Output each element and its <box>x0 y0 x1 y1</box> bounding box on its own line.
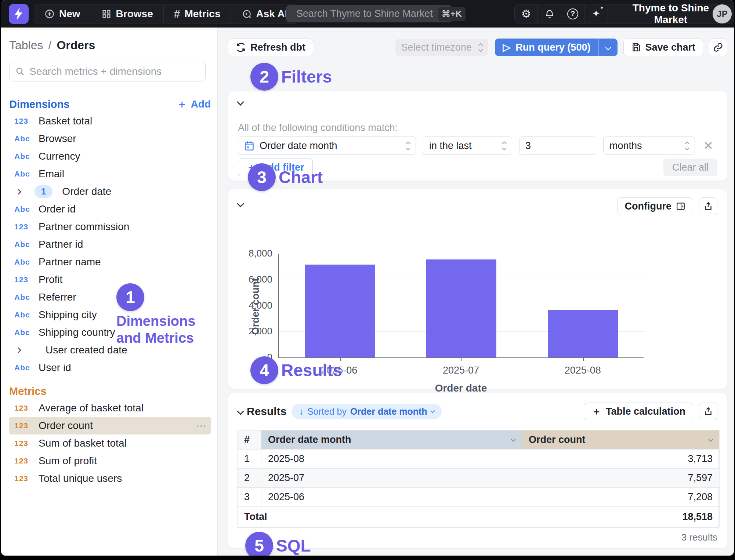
sorted-by-pill[interactable]: ↓ Sorted by Order date month <box>292 404 441 419</box>
run-query-button[interactable]: ▷Run query (500) <box>495 39 618 56</box>
nav-new-button[interactable]: New <box>34 4 91 23</box>
dimension-order-id[interactable]: AbcOrder id <box>9 200 211 218</box>
metric-total-unique-users[interactable]: 123Total unique users <box>9 470 211 487</box>
save-chart-label: Save chart <box>645 42 695 53</box>
dimension-partner-name[interactable]: AbcPartner name <box>9 253 211 271</box>
field-label: Order date <box>62 186 111 197</box>
nav-browse-button[interactable]: Browse <box>91 4 164 23</box>
add-filter-button[interactable]: ＋ Add filter <box>238 159 313 176</box>
breadcrumb-tables-link[interactable]: Tables <box>9 39 43 52</box>
bell-icon <box>544 9 555 19</box>
global-search-input[interactable]: Search Thyme to Shine Market ⌘+K <box>286 5 452 22</box>
refresh-dbt-button[interactable]: Refresh dbt <box>228 39 313 56</box>
collapse-results-chevron[interactable] <box>237 408 244 415</box>
select-chevrons-icon <box>503 142 506 150</box>
help-button[interactable]: ? <box>561 4 584 23</box>
bar-2025-08[interactable] <box>548 310 618 357</box>
export-chart-button[interactable] <box>699 197 717 215</box>
field-label: Referrer <box>39 291 76 303</box>
clear-all-button[interactable]: Clear all <box>663 159 717 176</box>
filter-amount-field[interactable] <box>519 137 596 154</box>
save-icon <box>631 43 641 52</box>
remove-filter-button[interactable]: ✕ <box>703 139 713 153</box>
dimension-partner-id[interactable]: AbcPartner id <box>9 236 211 253</box>
dimension-profit[interactable]: 123Profit <box>9 271 211 288</box>
dimension-partner-commission[interactable]: 123Partner commission <box>9 218 211 236</box>
field-label: Total unique users <box>39 473 122 484</box>
x-tick-label: 2025-06 <box>278 365 400 376</box>
timezone-select[interactable]: Select timezone <box>395 39 488 56</box>
field-label: Email <box>39 168 64 180</box>
order-count-cell: 3,713 <box>522 450 720 469</box>
chevron-down-icon[interactable] <box>511 436 516 441</box>
metric-sum-profit[interactable]: 123Sum of profit <box>9 452 211 470</box>
refresh-dbt-label: Refresh dbt <box>250 42 305 53</box>
row-index: 3 <box>238 488 261 507</box>
dimension-currency[interactable]: AbcCurrency <box>9 148 211 165</box>
dimension-basket-total[interactable]: 123Basket total <box>9 112 211 130</box>
filter-unit-select[interactable]: months <box>603 137 695 155</box>
run-query-dropdown[interactable] <box>598 39 618 56</box>
sidebar-search-input[interactable] <box>29 66 199 77</box>
user-avatar[interactable]: JP <box>713 4 732 23</box>
add-dimension-button[interactable]: ＋ Add <box>177 97 211 111</box>
dimension-user-created-date[interactable]: User created date <box>9 341 211 359</box>
y-tick-label: 0 <box>267 352 272 363</box>
chevron-right-icon[interactable] <box>16 347 22 353</box>
ai-sparkles-button[interactable]: ✦ <box>584 4 608 23</box>
column-header-order-count[interactable]: Order count <box>522 430 720 450</box>
metric-average-basket-total[interactable]: 123Average of basket total <box>9 399 211 417</box>
order-date-month-cell: 2025-07 <box>261 469 522 488</box>
global-search-placeholder: Search Thyme to Shine Market <box>296 8 433 19</box>
table-calculation-button[interactable]: ＋ Table calculation <box>584 403 693 420</box>
field-label: Partner commission <box>39 221 129 233</box>
dimension-shipping-city[interactable]: AbcShipping city <box>9 306 211 324</box>
notifications-button[interactable] <box>538 4 561 23</box>
configure-label: Configure <box>625 201 672 212</box>
topbar-actions: ⚙ ? ✦ Thyme to Shine Market <box>514 4 734 23</box>
field-label: Sum of basket total <box>39 437 127 449</box>
collapse-filters-chevron[interactable] <box>237 98 244 106</box>
filter-operator-select[interactable]: in the last <box>423 137 512 155</box>
share-link-button[interactable] <box>709 39 727 56</box>
chevron-right-icon[interactable] <box>16 189 22 194</box>
arrow-down-icon: ↓ <box>299 406 304 417</box>
string-type-icon: Abc <box>14 152 31 161</box>
empty-cell <box>261 507 522 527</box>
dimension-referrer[interactable]: AbcReferrer <box>9 288 211 306</box>
total-label: Total <box>238 507 261 527</box>
dimension-user-id[interactable]: AbcUser id <box>9 359 211 377</box>
lightning-bolt-icon <box>13 8 24 20</box>
export-results-button[interactable] <box>699 403 717 420</box>
settings-button[interactable]: ⚙ <box>515 4 538 23</box>
app-logo[interactable] <box>9 4 29 24</box>
column-header-order-date-month[interactable]: Order date month <box>261 430 522 450</box>
chevron-down-icon <box>430 408 435 413</box>
y-axis: 02,0004,0006,0008,000 <box>231 254 272 358</box>
string-type-icon: Abc <box>14 363 31 372</box>
table-calculation-label: Table calculation <box>606 406 685 417</box>
string-type-icon: Abc <box>14 328 31 337</box>
dimension-order-date[interactable]: 1Order date <box>9 183 211 200</box>
bar-2025-07[interactable] <box>426 259 497 357</box>
nav-ask-ai-label: Ask AI <box>256 8 287 20</box>
metric-sum-basket-total[interactable]: 123Sum of basket total <box>9 434 211 452</box>
field-label: Average of basket total <box>39 402 144 414</box>
breadcrumb: Tables / Orders <box>9 39 211 52</box>
bar-2025-06[interactable] <box>305 265 375 357</box>
filter-field-select[interactable]: Order date month <box>238 137 416 155</box>
metric-order-count[interactable]: 123Order count⋯ <box>9 417 211 434</box>
dimension-email[interactable]: AbcEmail <box>9 165 211 183</box>
sidebar-search[interactable] <box>9 62 206 81</box>
nav-metrics-button[interactable]: # Metrics <box>164 4 231 23</box>
save-chart-button[interactable]: Save chart <box>623 39 703 56</box>
field-label: Browser <box>39 133 76 145</box>
more-options-icon[interactable]: ⋯ <box>196 420 207 432</box>
number-type-icon: 123 <box>14 457 31 465</box>
chart-plot <box>278 254 644 358</box>
configure-chart-button[interactable]: Configure <box>617 197 694 215</box>
dimension-browser[interactable]: AbcBrowser <box>9 130 211 148</box>
dimension-shipping-country[interactable]: AbcShipping country <box>9 324 211 341</box>
sorted-prefix: Sorted by <box>307 406 347 417</box>
chevron-down-icon[interactable] <box>708 436 713 441</box>
